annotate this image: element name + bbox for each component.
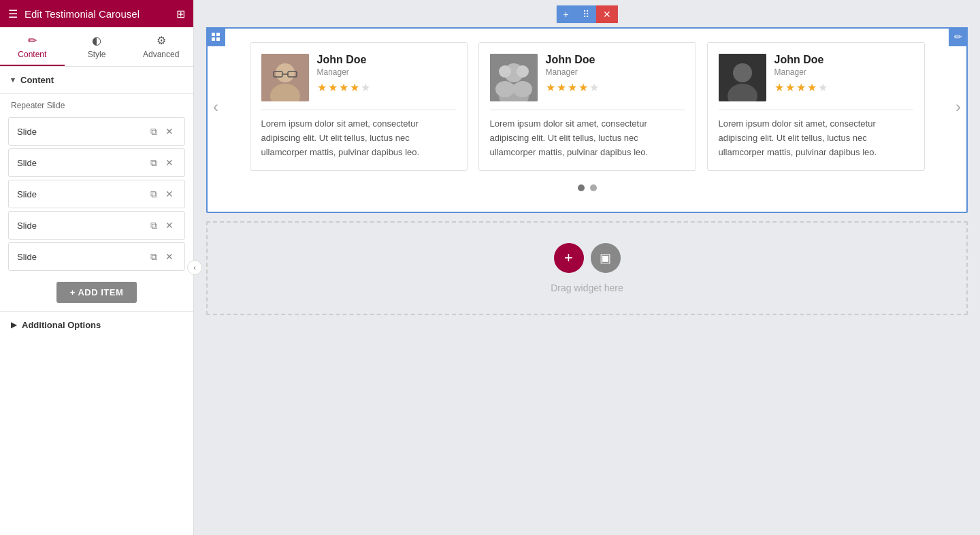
advanced-tab-label: Advanced xyxy=(143,50,179,59)
drag-add-button[interactable]: + xyxy=(554,243,584,273)
slide-duplicate-btn-1[interactable]: ⧉ xyxy=(148,123,160,140)
panel-title: Edit Testimonial Carousel xyxy=(24,8,140,20)
svg-point-15 xyxy=(495,81,514,97)
content-arrow-icon: ▾ xyxy=(11,76,15,84)
additional-options-header[interactable]: ▶ Additional Options xyxy=(0,311,193,338)
slide-info-1: John Doe Manager ★ ★ ★ ★ ★ xyxy=(317,54,456,94)
toolbar-close-button[interactable]: ✕ xyxy=(596,5,618,23)
svg-point-18 xyxy=(733,63,752,82)
panel-header: ☰ Edit Testimonial Carousel ⊞ xyxy=(0,0,193,27)
toolbar-add-button[interactable]: + xyxy=(556,5,575,23)
slide-delete-btn-4[interactable]: ✕ xyxy=(163,217,176,234)
slide-role-2: Manager xyxy=(546,67,685,77)
star-icon: ★ xyxy=(807,81,817,94)
svg-rect-3 xyxy=(216,37,220,41)
drag-buttons: + ▣ xyxy=(554,243,621,273)
carousel-slides: ‹ xyxy=(208,42,966,171)
slide-duplicate-btn-3[interactable]: ⧉ xyxy=(148,186,160,203)
slide-label-3: Slide xyxy=(17,189,148,199)
add-item-label: + ADD ITEM xyxy=(70,287,124,297)
slide-duplicate-btn-2[interactable]: ⧉ xyxy=(148,155,160,172)
slide-label-1: Slide xyxy=(17,127,148,137)
panel-collapse-toggle[interactable]: ‹ xyxy=(187,260,202,275)
carousel-dot-2[interactable] xyxy=(590,184,597,191)
slide-label-5: Slide xyxy=(17,252,148,262)
tab-content[interactable]: ✏ Content xyxy=(0,27,65,66)
tab-advanced[interactable]: ⚙ Advanced xyxy=(129,27,193,66)
slide-row: Slide ⧉ ✕ xyxy=(8,211,185,240)
star-icon: ★ xyxy=(568,81,577,94)
drag-widget-button[interactable]: ▣ xyxy=(591,243,621,273)
content-tab-label: Content xyxy=(18,50,46,59)
carousel-dot-1[interactable] xyxy=(578,184,585,191)
star-icon: ★ xyxy=(328,81,338,94)
toolbar-add-icon: + xyxy=(563,9,568,20)
main-content: + ⠿ ✕ ✏ ‹ xyxy=(194,0,980,535)
tab-style[interactable]: ◐ Style xyxy=(65,27,129,66)
star-icon: ★ xyxy=(361,81,370,94)
slide-stars-3: ★ ★ ★ ★ ★ xyxy=(774,81,913,94)
style-tab-icon: ◐ xyxy=(92,34,101,47)
star-icon: ★ xyxy=(350,81,359,94)
slide-stars-2: ★ ★ ★ ★ ★ xyxy=(546,81,685,94)
style-tab-label: Style xyxy=(88,50,106,59)
slide-delete-btn-1[interactable]: ✕ xyxy=(163,123,176,140)
star-icon: ★ xyxy=(339,81,348,94)
slide-text-3: Lorem ipsum dolor sit amet, consectetur … xyxy=(719,117,913,159)
slide-info-3: John Doe Manager ★ ★ ★ ★ ★ xyxy=(774,54,913,94)
toolbar-move-icon: ⠿ xyxy=(583,9,589,20)
slide-text-2: Lorem ipsum dolor sit amet, consectetur … xyxy=(490,117,685,159)
slide-row: Slide ⧉ ✕ xyxy=(8,117,185,146)
star-icon: ★ xyxy=(774,81,784,94)
slide-card-1: John Doe Manager ★ ★ ★ ★ ★ Lorem ipsum d… xyxy=(250,42,468,171)
toolbar-move-button[interactable]: ⠿ xyxy=(576,5,596,23)
slide-stars-1: ★ ★ ★ ★ ★ xyxy=(317,81,456,94)
slide-card-3: John Doe Manager ★ ★ ★ ★ ★ Lorem ipsum d… xyxy=(707,42,925,171)
star-icon: ★ xyxy=(317,81,327,94)
svg-rect-1 xyxy=(216,33,220,36)
slide-label-4: Slide xyxy=(17,221,148,231)
slide-role-1: Manager xyxy=(317,67,456,77)
slide-delete-btn-3[interactable]: ✕ xyxy=(163,186,176,203)
drag-add-icon: + xyxy=(564,249,573,267)
star-icon: ★ xyxy=(785,81,795,94)
carousel-prev-button[interactable]: ‹ xyxy=(208,97,224,116)
add-item-button[interactable]: + ADD ITEM xyxy=(56,282,137,303)
slide-name-3: John Doe xyxy=(774,54,913,66)
advanced-tab-icon: ⚙ xyxy=(157,34,166,47)
drag-widget-text: Drag widget here xyxy=(551,282,623,293)
slide-card-2: John Doe Manager ★ ★ ★ ★ ★ Lorem ipsum d… xyxy=(478,42,696,171)
slide-row: Slide ⧉ ✕ xyxy=(8,148,185,177)
additional-options-arrow-icon: ▶ xyxy=(11,321,16,329)
slide-info-2: John Doe Manager ★ ★ ★ ★ ★ xyxy=(546,54,685,94)
svg-point-16 xyxy=(513,81,532,97)
widget-toolbar: + ⠿ ✕ xyxy=(556,5,617,23)
slide-text-1: Lorem ipsum dolor sit amet, consectetur … xyxy=(261,117,456,159)
slide-duplicate-btn-5[interactable]: ⧉ xyxy=(148,248,160,265)
panel-body: ▾ Content Repeater Slide Slide ⧉ ✕ Slide… xyxy=(0,67,193,535)
star-icon: ★ xyxy=(589,81,599,94)
content-section-header[interactable]: ▾ Content xyxy=(0,67,193,94)
grid-icon[interactable]: ⊞ xyxy=(176,7,185,20)
carousel-next-button[interactable]: › xyxy=(950,97,966,116)
svg-point-5 xyxy=(276,63,295,82)
svg-point-13 xyxy=(499,65,511,78)
hamburger-icon[interactable]: ☰ xyxy=(8,7,18,20)
left-panel: ☰ Edit Testimonial Carousel ⊞ ✏ Content … xyxy=(0,0,194,535)
svg-rect-0 xyxy=(212,33,215,36)
slide-row: Slide ⧉ ✕ xyxy=(8,180,185,208)
star-icon: ★ xyxy=(796,81,806,94)
drag-widget-icon: ▣ xyxy=(600,250,611,265)
slide-name-1: John Doe xyxy=(317,54,456,66)
slide-label-2: Slide xyxy=(17,158,148,168)
slide-name-2: John Doe xyxy=(546,54,685,66)
slide-delete-btn-2[interactable]: ✕ xyxy=(163,155,176,172)
star-icon: ★ xyxy=(557,81,566,94)
slide-role-3: Manager xyxy=(774,67,913,77)
slide-delete-btn-5[interactable]: ✕ xyxy=(163,248,176,265)
carousel-container: ✏ ‹ xyxy=(206,27,968,213)
slide-duplicate-btn-4[interactable]: ⧉ xyxy=(148,217,160,234)
panel-tabs: ✏ Content ◐ Style ⚙ Advanced xyxy=(0,27,193,67)
content-tab-icon: ✏ xyxy=(28,34,37,47)
additional-options-label: Additional Options xyxy=(22,320,101,330)
